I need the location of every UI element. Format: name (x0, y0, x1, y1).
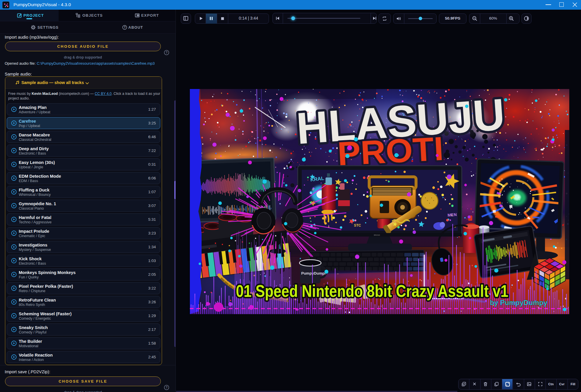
svg-text:STC: STC (354, 223, 361, 227)
svg-text:MEN: MEN (447, 212, 457, 218)
svg-text:?: ? (124, 26, 125, 29)
svg-text:01 Speed Nintendo 8bit Crazy A: 01 Speed Nintendo 8bit Crazy Assault v1 (236, 281, 508, 300)
svg-text:?: ? (166, 51, 168, 54)
svg-text:by PumpyDumpy: by PumpyDumpy (490, 299, 548, 307)
svg-text:PumpyDump/: PumpyDump/ (301, 271, 326, 275)
svg-text:?: ? (166, 386, 168, 389)
svg-text:BRAND: BRAND (374, 234, 380, 236)
